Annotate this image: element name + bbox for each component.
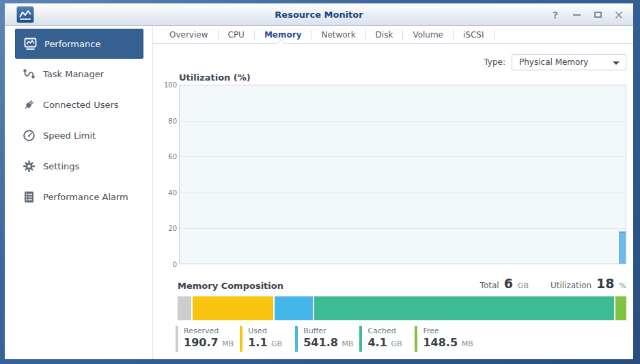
y-tick-label: 40 (168, 188, 177, 196)
memory-composition-header: Memory Composition Total 6 GB Utilizatio… (178, 276, 626, 291)
memory-segment-buffer (275, 296, 314, 320)
tab-bar: Overview CPU Memory Network Disk Volume … (153, 26, 633, 44)
maximize-icon[interactable] (593, 10, 602, 20)
legend-item-free: Free 148.5 MB (415, 326, 473, 352)
resource-monitor-window: Resource Monitor ? (0, 0, 640, 364)
minimize-icon[interactable] (572, 10, 581, 20)
app-icon (16, 6, 34, 23)
type-selector-row: Type: Physical Memory (153, 54, 626, 70)
memory-composition-bar (178, 296, 626, 320)
tab-iscsi[interactable]: iSCSI (454, 26, 494, 44)
utilization-unit: % (620, 281, 626, 290)
sidebar-item-performance-alarm[interactable]: Performance Alarm (5, 182, 152, 212)
total-unit: GB (518, 281, 529, 290)
total-value: 6 (504, 276, 513, 291)
tab-volume[interactable]: Volume (403, 26, 453, 44)
memory-composition-title: Memory Composition (178, 281, 283, 291)
speedometer-icon (23, 129, 36, 142)
memory-segment-reserved (178, 296, 191, 320)
sidebar-item-label: Speed Limit (43, 130, 96, 141)
chart-plot-area (179, 85, 626, 264)
gridline (180, 193, 626, 193)
y-tick-label: 20 (168, 225, 177, 232)
legend-item-used: Used 1.1 GB (240, 326, 289, 352)
chart-title: Utilization (%) (179, 72, 626, 83)
tab-overview[interactable]: Overview (160, 26, 218, 44)
total-label: Total (480, 281, 499, 290)
memory-legend: Reserved 190.7 MB Used 1.1 GB Buffer 541… (176, 326, 626, 352)
window-body: Performance Task Manager (5, 26, 633, 359)
tab-cpu[interactable]: CPU (219, 26, 254, 44)
alarm-list-icon (23, 191, 36, 204)
memory-segment-used (193, 296, 273, 320)
y-tick-label: 60 (168, 153, 177, 160)
chevron-down-icon (613, 61, 620, 65)
memory-segment-cached (314, 296, 614, 320)
sidebar-item-label: Settings (43, 161, 79, 171)
close-icon[interactable] (614, 10, 624, 20)
tab-network[interactable]: Network (311, 26, 365, 44)
performance-chart-icon (24, 38, 37, 51)
sidebar-item-label: Performance (44, 39, 100, 49)
gridline (180, 228, 626, 229)
memory-stats: Total 6 GB Utilization 18 % (480, 276, 626, 291)
gear-icon (23, 160, 36, 173)
titlebar: Resource Monitor ? (5, 3, 633, 26)
window-title: Resource Monitor (5, 3, 633, 26)
memory-segment-free (615, 296, 626, 320)
sidebar-item-settings[interactable]: Settings (5, 151, 152, 182)
legend-item-buffer: Buffer 541.8 MB (295, 326, 353, 352)
utilization-chart: Utilization (%) 100 80 60 40 20 0 (164, 72, 626, 264)
y-tick-label: 0 (173, 261, 177, 268)
y-tick-label: 100 (164, 81, 177, 89)
window-controls: ? (551, 3, 624, 26)
gridline (180, 156, 626, 157)
utilization-label: Utilization (551, 281, 592, 290)
sidebar: Performance Task Manager (5, 26, 153, 359)
tab-disk[interactable]: Disk (366, 26, 403, 44)
tab-separator (494, 30, 495, 40)
legend-item-cached: Cached 4.1 GB (359, 326, 408, 352)
sidebar-item-label: Task Manager (43, 69, 104, 79)
y-axis: 100 80 60 40 20 0 (164, 85, 179, 264)
y-tick-label: 80 (168, 117, 177, 124)
plug-icon (23, 98, 36, 111)
help-icon[interactable]: ? (551, 10, 560, 20)
sidebar-item-speed-limit[interactable]: Speed Limit (5, 120, 152, 151)
sidebar-item-performance[interactable]: Performance (15, 29, 143, 59)
legend-item-reserved: Reserved 190.7 MB (176, 326, 234, 352)
utilization-value: 18 (596, 276, 614, 291)
gridline (180, 121, 626, 122)
main-content: Overview CPU Memory Network Disk Volume … (153, 26, 633, 359)
type-label: Type: (484, 57, 505, 67)
type-dropdown[interactable]: Physical Memory (512, 54, 626, 70)
sidebar-item-connected-users[interactable]: Connected Users (5, 89, 152, 120)
task-manager-icon (23, 68, 36, 81)
sidebar-item-label: Performance Alarm (43, 192, 128, 202)
utilization-bar (619, 232, 626, 264)
sidebar-item-label: Connected Users (43, 100, 119, 110)
type-dropdown-value: Physical Memory (519, 57, 588, 67)
sidebar-item-task-manager[interactable]: Task Manager (5, 59, 152, 89)
